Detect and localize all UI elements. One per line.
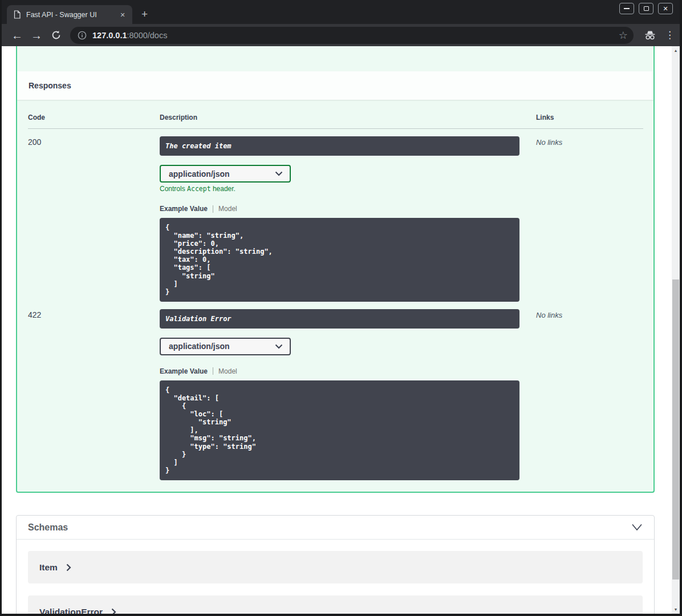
response-description-cell: Validation Error application/json Exampl…: [160, 309, 536, 480]
collapse-chevron-icon[interactable]: [631, 524, 643, 531]
maximize-icon: [644, 6, 649, 11]
media-type-select[interactable]: application/json: [160, 165, 291, 183]
responses-table-header: Code Description Links: [28, 100, 643, 129]
incognito-icon: [643, 30, 657, 40]
response-description: Validation Error: [160, 309, 519, 329]
tab-model[interactable]: Model: [218, 367, 237, 375]
scroll-down-icon[interactable]: ▼: [672, 607, 680, 611]
scrollbar-thumb[interactable]: [672, 279, 679, 579]
media-type-value: application/json: [169, 169, 230, 179]
links-column-header: Links: [536, 114, 643, 121]
site-info-icon[interactable]: [78, 31, 87, 40]
chevron-down-icon: [275, 344, 283, 349]
swagger-page: Responses Code Description Links 200 The…: [2, 46, 680, 614]
url-host: 127.0.0.1: [92, 31, 127, 40]
minimize-button[interactable]: [619, 3, 634, 14]
forward-button[interactable]: →: [29, 30, 44, 41]
example-model-tabs: Example Value Model: [160, 367, 536, 375]
response-links: No links: [536, 309, 643, 480]
close-button[interactable]: ✕: [658, 3, 673, 14]
address-bar[interactable]: 127.0.0.1:8000/docs ☆: [70, 27, 634, 44]
schemas-body: Item ValidationError: [17, 540, 654, 614]
page-icon: [13, 10, 21, 19]
new-tab-button[interactable]: +: [141, 9, 148, 19]
browser-tab[interactable]: Fast API - Swagger UI ✕: [7, 5, 132, 24]
back-button[interactable]: ←: [10, 30, 25, 41]
schema-validationerror[interactable]: ValidationError: [28, 595, 643, 614]
browser-menu-icon[interactable]: ⋮: [665, 30, 673, 40]
responses-table: Code Description Links 200 The created i…: [17, 100, 653, 492]
schemas-header[interactable]: Schemas: [17, 516, 654, 540]
response-code: 200: [28, 136, 160, 302]
media-type-select[interactable]: application/json: [160, 338, 291, 355]
tab-divider: [213, 367, 213, 375]
response-code: 422: [28, 309, 160, 480]
response-links: No links: [536, 136, 643, 302]
response-description-cell: The created item application/json Contro…: [160, 136, 536, 302]
browser-window: Fast API - Swagger UI ✕ + ✕ ← → 127.0.0.…: [0, 0, 682, 616]
chevron-down-icon: [275, 171, 283, 176]
close-icon: ✕: [663, 6, 668, 12]
page-scrollbar[interactable]: ▲ ▼: [672, 46, 680, 614]
bookmark-star-icon[interactable]: ☆: [619, 30, 628, 40]
responses-title: Responses: [29, 81, 71, 90]
browser-toolbar: ← → 127.0.0.1:8000/docs ☆ ⋮: [2, 24, 680, 46]
code-column-header: Code: [28, 114, 160, 121]
chevron-right-icon: [66, 564, 71, 572]
opblock-post: Responses Code Description Links 200 The…: [16, 46, 655, 493]
schema-name: Item: [39, 562, 58, 573]
response-row-200: 200 The created item application/json Co…: [28, 129, 643, 302]
responses-section-header: Responses: [17, 71, 653, 100]
example-model-tabs: Example Value Model: [160, 205, 536, 213]
media-type-value: application/json: [169, 342, 230, 351]
example-json-block: { "detail": [ { "loc": [ "string" ], "ms…: [160, 380, 519, 480]
tab-title: Fast API - Swagger UI: [26, 11, 117, 19]
tab-example-value[interactable]: Example Value: [160, 367, 208, 375]
example-json-block: { "name": "string", "price": 0, "descrip…: [160, 218, 519, 302]
scroll-up-icon[interactable]: ▲: [672, 48, 680, 52]
reload-button[interactable]: [48, 30, 63, 40]
response-description: The created item: [160, 136, 519, 156]
schemas-title: Schemas: [28, 522, 68, 533]
schema-item[interactable]: Item: [28, 551, 643, 583]
maximize-button[interactable]: [639, 3, 653, 14]
tab-close-icon[interactable]: ✕: [117, 10, 128, 20]
chevron-right-icon: [111, 608, 116, 614]
tab-example-value[interactable]: Example Value: [160, 205, 208, 213]
schema-name: ValidationError: [39, 607, 103, 614]
opblock-spacer: [17, 46, 653, 71]
url-text[interactable]: 127.0.0.1:8000/docs: [92, 31, 614, 40]
minimize-icon: [624, 8, 630, 9]
description-column-header: Description: [160, 114, 536, 121]
tab-divider: [213, 205, 213, 213]
tab-model[interactable]: Model: [218, 205, 237, 213]
accept-code: Accept: [187, 185, 211, 193]
accept-header-note: Controls Accept header.: [160, 185, 536, 193]
window-controls: ✕: [619, 3, 673, 14]
response-row-422: 422 Validation Error application/json Ex…: [28, 302, 643, 480]
titlebar: Fast API - Swagger UI ✕ + ✕: [2, 0, 680, 24]
reload-icon: [51, 30, 61, 40]
url-path: :8000/docs: [127, 31, 167, 40]
schemas-section: Schemas Item ValidationError: [16, 515, 655, 614]
